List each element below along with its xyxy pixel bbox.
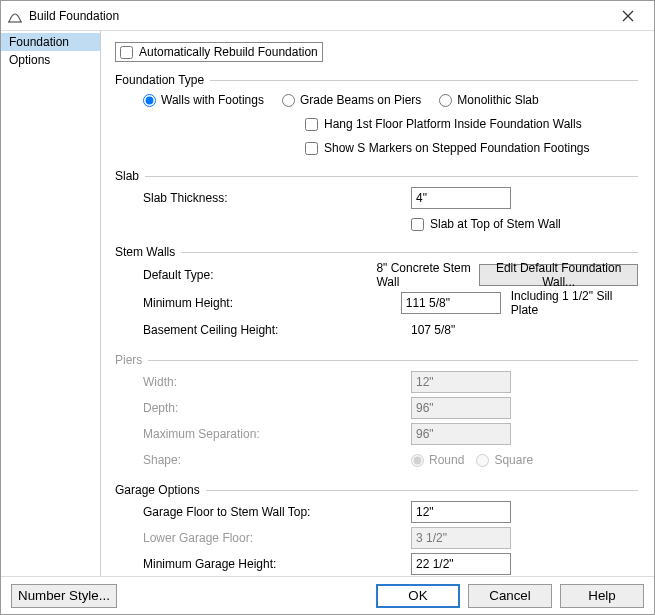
dialog-window: Build Foundation Foundation Options Auto…	[0, 0, 655, 615]
radio-walls-footings[interactable]: Walls with Footings	[143, 93, 264, 107]
check-s-markers[interactable]: Show S Markers on Stepped Foundation Foo…	[305, 141, 590, 155]
group-stem-walls: Stem Walls	[115, 245, 638, 259]
garage-lower-label: Lower Garage Floor:	[115, 531, 411, 545]
radio-label: Walls with Footings	[161, 93, 264, 107]
radio-input[interactable]	[143, 94, 156, 107]
radio-input	[476, 454, 489, 467]
radio-label: Square	[494, 453, 533, 467]
auto-rebuild-label: Automatically Rebuild Foundation	[139, 45, 318, 59]
radio-label: Round	[429, 453, 464, 467]
sidebar-item-label: Options	[9, 53, 50, 67]
min-height-suffix: Including 1 1/2" Sill Plate	[511, 289, 638, 317]
edit-default-wall-button[interactable]: Edit Default Foundation Wall...	[479, 264, 638, 286]
group-slab: Slab	[115, 169, 638, 183]
radio-input[interactable]	[439, 94, 452, 107]
check-label: Show S Markers on Stepped Foundation Foo…	[324, 141, 590, 155]
check-label: Slab at Top of Stem Wall	[430, 217, 561, 231]
check-input[interactable]	[305, 118, 318, 131]
sidebar-item-label: Foundation	[9, 35, 69, 49]
ok-button[interactable]: OK	[376, 584, 460, 608]
group-garage: Garage Options	[115, 483, 638, 497]
close-button[interactable]	[608, 10, 648, 22]
check-input[interactable]	[305, 142, 318, 155]
sidebar-item-foundation[interactable]: Foundation	[1, 33, 100, 51]
basement-label: Basement Ceiling Height:	[115, 323, 411, 337]
auto-rebuild-input[interactable]	[120, 46, 133, 59]
slab-thickness-input[interactable]	[411, 187, 511, 209]
auto-rebuild-checkbox[interactable]: Automatically Rebuild Foundation	[115, 42, 323, 62]
min-height-input[interactable]	[401, 292, 501, 314]
garage-min-height-label: Minimum Garage Height:	[115, 557, 411, 571]
check-input[interactable]	[411, 218, 424, 231]
button-label: Cancel	[489, 588, 531, 603]
button-label: Edit Default Foundation Wall...	[488, 261, 629, 289]
button-label: Number Style...	[18, 588, 110, 603]
pier-maxsep-input	[411, 423, 511, 445]
dialog-body: Foundation Options Automatically Rebuild…	[1, 31, 654, 576]
slab-thickness-label: Slab Thickness:	[115, 191, 411, 205]
pier-depth-label: Depth:	[115, 401, 411, 415]
garage-min-height-input[interactable]	[411, 553, 511, 575]
group-label: Piers	[115, 353, 148, 367]
group-label: Garage Options	[115, 483, 206, 497]
radio-input	[411, 454, 424, 467]
group-label: Foundation Type	[115, 73, 210, 87]
group-piers: Piers	[115, 353, 638, 367]
content-panel: Automatically Rebuild Foundation Foundat…	[101, 31, 654, 576]
check-label: Hang 1st Floor Platform Inside Foundatio…	[324, 117, 582, 131]
app-arch-icon	[7, 8, 23, 24]
radio-input[interactable]	[282, 94, 295, 107]
footer: Number Style... OK Cancel Help	[1, 576, 654, 614]
check-hang-1st-floor[interactable]: Hang 1st Floor Platform Inside Foundatio…	[305, 117, 582, 131]
garage-floor-top-input[interactable]	[411, 501, 511, 523]
pier-depth-input	[411, 397, 511, 419]
sidebar-item-options[interactable]: Options	[1, 51, 100, 69]
group-label: Slab	[115, 169, 145, 183]
button-label: Help	[588, 588, 615, 603]
radio-monolithic-slab[interactable]: Monolithic Slab	[439, 93, 538, 107]
number-style-button[interactable]: Number Style...	[11, 584, 117, 608]
check-slab-top-stem[interactable]: Slab at Top of Stem Wall	[411, 217, 561, 231]
radio-label: Monolithic Slab	[457, 93, 538, 107]
radio-grade-beams[interactable]: Grade Beams on Piers	[282, 93, 421, 107]
pier-width-label: Width:	[115, 375, 411, 389]
help-button[interactable]: Help	[560, 584, 644, 608]
radio-shape-square: Square	[476, 453, 533, 467]
group-foundation-type: Foundation Type	[115, 73, 638, 87]
radio-shape-round: Round	[411, 453, 464, 467]
min-height-label: Minimum Height:	[115, 296, 401, 310]
sidebar: Foundation Options	[1, 31, 101, 576]
default-type-label: Default Type:	[115, 268, 376, 282]
button-label: OK	[408, 588, 427, 603]
group-label: Stem Walls	[115, 245, 181, 259]
pier-width-input	[411, 371, 511, 393]
pier-maxsep-label: Maximum Separation:	[115, 427, 411, 441]
default-type-value: 8" Concrete Stem Wall	[376, 261, 479, 289]
garage-floor-top-label: Garage Floor to Stem Wall Top:	[115, 505, 411, 519]
basement-value: 107 5/8"	[411, 323, 455, 337]
titlebar: Build Foundation	[1, 1, 654, 31]
garage-lower-input	[411, 527, 511, 549]
pier-shape-label: Shape:	[115, 453, 411, 467]
radio-label: Grade Beams on Piers	[300, 93, 421, 107]
window-title: Build Foundation	[29, 9, 608, 23]
cancel-button[interactable]: Cancel	[468, 584, 552, 608]
